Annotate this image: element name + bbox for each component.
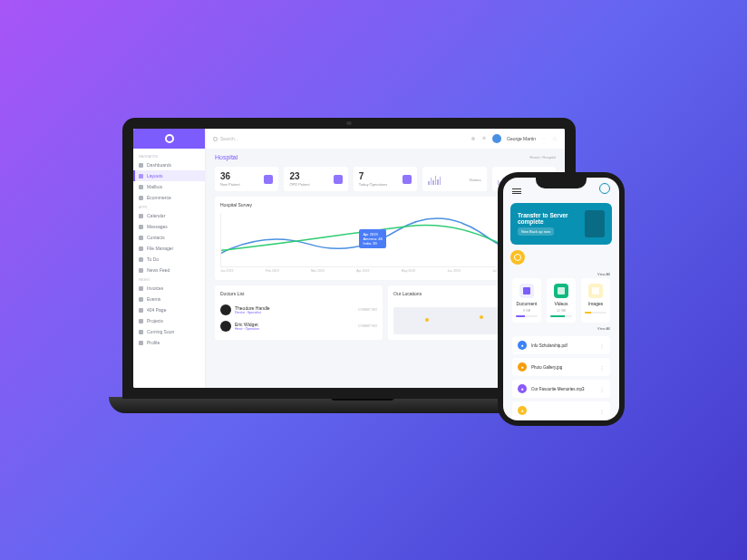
sidebar-item-calendar[interactable]: Calendar: [133, 210, 205, 221]
stat-visitors[interactable]: Visitors: [422, 167, 486, 191]
file-item[interactable]: ● Info Scholarship.pdf ⋮: [512, 336, 610, 354]
dashboard-icon: [139, 163, 143, 168]
more-icon[interactable]: ⋮: [599, 364, 605, 371]
category-document[interactable]: Document 9 GB: [512, 278, 541, 323]
sidebar-item-profile[interactable]: Profile: [133, 337, 205, 348]
status-badge: COMMITTED: [358, 324, 377, 328]
category-name: Document: [517, 301, 538, 306]
more-icon[interactable]: ⋮: [599, 408, 605, 414]
nav-label: To Do: [147, 256, 159, 262]
nav-label: News Feed: [147, 267, 170, 273]
progress-bar: [516, 315, 538, 317]
chart-tooltip: Apr 2019 America: 48 India: 39: [359, 229, 385, 248]
sidebar-item-events[interactable]: Events: [133, 294, 205, 304]
user-name: George Martin: [507, 136, 536, 141]
breadcrumb-current: Hospital: [543, 155, 556, 159]
locations-title: Our Locations: [393, 291, 422, 296]
invoice-icon: [139, 286, 143, 291]
audio-file-icon: ●: [518, 384, 527, 393]
avatar[interactable]: [599, 183, 610, 194]
file-item[interactable]: ● Photo Gallery.jpg ⋮: [512, 358, 610, 376]
nav-label: Events: [147, 296, 160, 302]
user-icon: [139, 341, 143, 345]
menu-icon[interactable]: [552, 136, 558, 141]
nav-label: 404 Page: [147, 307, 166, 313]
chevron-down-icon[interactable]: [541, 136, 547, 141]
nav-group-label: Navigation: [133, 152, 205, 159]
nav-label: Messages: [147, 224, 168, 229]
file-icon: ●: [518, 406, 527, 415]
categories-row: Document 9 GB Videos 12 GB Images: [503, 278, 619, 323]
x-tick: Apr 2019: [356, 269, 369, 273]
nav-label: Dashboards: [147, 162, 171, 168]
search-input[interactable]: Search...: [213, 136, 465, 141]
stat-value: 7: [359, 171, 387, 181]
cart-icon: [139, 196, 143, 200]
sidebar-item-messages[interactable]: Messages: [133, 221, 205, 232]
sidebar-item-newsfeed[interactable]: News Feed: [133, 265, 205, 275]
sidebar-item-todo[interactable]: To Do: [133, 254, 205, 265]
bell-icon[interactable]: [481, 136, 487, 141]
sidebar-item-invoices[interactable]: Invoices: [133, 283, 205, 294]
doctor-role: Heart · Operation: [235, 327, 259, 331]
banner-card[interactable]: Transfer to Server complete New Back up …: [510, 203, 612, 245]
sparkline-icon: [428, 174, 441, 185]
file-item[interactable]: ● Our Favourite Memories.mp3 ⋮: [512, 380, 610, 398]
sidebar: Navigation Dashboards Layouts Mailbox Ec…: [133, 129, 206, 388]
news-icon: [139, 268, 143, 273]
stat-label: New Patient: [220, 182, 240, 187]
sidebar-item-mailbox[interactable]: Mailbox: [133, 181, 205, 192]
view-all-link[interactable]: View All: [597, 272, 610, 276]
menu-icon[interactable]: [512, 188, 521, 194]
banner-button[interactable]: New Back up now: [518, 227, 554, 236]
nav-label: Calendar: [147, 213, 165, 218]
nav-label: Projects: [147, 318, 163, 323]
phone-device: Transfer to Server complete New Back up …: [498, 172, 625, 426]
doctor-row[interactable]: Eric WidgetHeart · Operation COMMITTED: [220, 318, 377, 334]
phone-search[interactable]: [510, 250, 612, 265]
stat-label: Today Operations: [359, 182, 387, 187]
stat-label: OPD Patient: [289, 182, 309, 187]
category-name: Videos: [554, 301, 568, 306]
search-icon: [213, 137, 218, 141]
topbar: Search... George Martin: [206, 129, 565, 149]
logo-mark-icon: [165, 134, 174, 143]
svg-point-0: [471, 137, 475, 140]
sidebar-item-comingsoon[interactable]: Coming Soon: [133, 326, 205, 337]
category-size: 9 GB: [523, 309, 530, 313]
doctor-row[interactable]: Theodore HandleDentist · Specialist COMM…: [220, 302, 377, 318]
sidebar-item-filemanager[interactable]: File Manager: [133, 243, 205, 254]
category-videos[interactable]: Videos 12 GB: [547, 278, 576, 323]
stat-new-patient[interactable]: 36New Patient: [215, 167, 278, 191]
tooltip-line: India: 39: [363, 241, 382, 246]
nav-label: Invoices: [147, 285, 163, 291]
sidebar-item-ecommerce[interactable]: Ecommerce: [133, 192, 205, 203]
stat-operations[interactable]: 7Today Operations: [354, 167, 417, 191]
x-tick: May 2019: [402, 269, 415, 273]
logo[interactable]: [133, 129, 205, 149]
sidebar-item-layouts[interactable]: Layouts: [133, 170, 205, 181]
breadcrumb-home[interactable]: Home: [530, 155, 540, 159]
stat-value: 36: [220, 171, 240, 181]
clock-icon: [139, 330, 143, 334]
x-tick: Jan 2019: [220, 269, 233, 273]
sidebar-item-dashboards[interactable]: Dashboards: [133, 159, 205, 170]
x-tick: Jun 2019: [448, 269, 461, 273]
stat-opd[interactable]: 23OPD Patient: [284, 167, 347, 191]
sidebar-item-contacts[interactable]: Contacts: [133, 232, 205, 243]
view-all-link[interactable]: View All: [597, 326, 610, 331]
sidebar-item-404[interactable]: 404 Page: [133, 304, 205, 315]
avatar[interactable]: [492, 134, 501, 143]
image-icon: [588, 284, 603, 298]
nav-label: Mailbox: [147, 184, 162, 189]
category-size: 12 GB: [557, 309, 566, 313]
status-badge: COMMITTED: [358, 308, 377, 312]
file-name: Our Favourite Memories.mp3: [531, 387, 585, 391]
category-images[interactable]: Images: [581, 278, 610, 323]
more-icon[interactable]: ⋮: [599, 386, 605, 392]
categories-header: View All: [503, 268, 619, 278]
sidebar-item-projects[interactable]: Projects: [133, 315, 205, 326]
settings-icon[interactable]: [471, 136, 476, 141]
file-item[interactable]: ● ⋮: [512, 401, 610, 420]
more-icon[interactable]: ⋮: [599, 343, 605, 349]
